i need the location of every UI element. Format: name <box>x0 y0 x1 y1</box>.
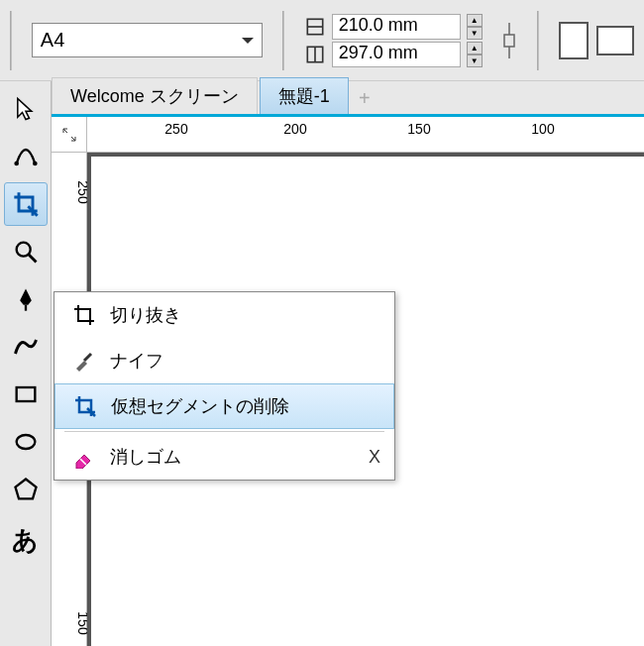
width-input[interactable]: 210.0 mm <box>332 14 461 40</box>
ellipse-tool[interactable] <box>4 420 48 464</box>
separator <box>10 11 12 70</box>
polygon-tool[interactable] <box>4 468 48 511</box>
freehand-tool[interactable] <box>4 325 48 369</box>
svg-rect-9 <box>16 387 35 401</box>
pen-tool[interactable] <box>4 277 48 321</box>
menu-separator <box>64 431 384 432</box>
shape-tool[interactable] <box>4 135 48 178</box>
dropdown-caret-icon <box>242 38 254 50</box>
svg-point-10 <box>16 435 35 449</box>
svg-point-5 <box>33 162 38 166</box>
page-size-value: A4 <box>41 29 64 52</box>
flyout-item[interactable]: ナイフ <box>54 338 394 383</box>
document-tab[interactable]: Welcome スクリーン <box>52 77 258 114</box>
separator <box>537 11 539 70</box>
crop-icon <box>68 303 100 327</box>
flyout-shortcut: X <box>369 447 380 468</box>
height-input[interactable]: 297.0 mm <box>332 42 461 67</box>
dimensions-group: 210.0 mm ▲▼ 297.0 mm ▲▼ <box>304 14 483 67</box>
ruler-origin[interactable] <box>52 117 87 153</box>
flyout-label: 仮想セグメントの削除 <box>111 394 379 418</box>
document-tabs: Welcome スクリーン無題-1 + <box>52 81 644 117</box>
width-spinner[interactable]: ▲▼ <box>467 14 483 40</box>
flyout-label: ナイフ <box>110 349 380 373</box>
document-tab[interactable]: 無題-1 <box>260 77 349 114</box>
rectangle-tool[interactable] <box>4 373 48 416</box>
crop-tool-flyout: 切り抜きナイフ仮想セグメントの削除消しゴムX <box>54 291 395 481</box>
eraser-icon <box>68 445 100 469</box>
horizontal-ruler-row: 25020015010050 <box>52 117 644 153</box>
horizontal-ruler[interactable]: 25020015010050 <box>87 117 644 152</box>
knife-icon <box>68 349 100 373</box>
pick-tool[interactable] <box>4 87 48 131</box>
portrait-button[interactable] <box>559 22 589 59</box>
top-toolbar: A4 210.0 mm ▲▼ 297.0 mm ▲▼ <box>0 0 644 81</box>
flyout-label: 消しゴム <box>110 445 369 469</box>
orientation-group <box>559 22 634 59</box>
toolbox: あ <box>0 81 52 646</box>
flyout-item[interactable]: 消しゴムX <box>54 434 394 480</box>
svg-marker-11 <box>15 480 36 499</box>
text-tool[interactable]: あ <box>4 515 48 559</box>
landscape-button[interactable] <box>596 26 634 55</box>
separator <box>282 11 284 70</box>
zoom-tool[interactable] <box>4 230 48 273</box>
height-spinner[interactable]: ▲▼ <box>467 42 483 67</box>
flyout-item[interactable]: 切り抜き <box>54 292 394 338</box>
height-icon <box>304 44 326 65</box>
lock-aspect-icon[interactable] <box>502 13 517 68</box>
page-size-select[interactable]: A4 <box>32 23 263 57</box>
flyout-label: 切り抜き <box>110 303 380 327</box>
crop-tool[interactable] <box>4 182 48 226</box>
svg-point-4 <box>14 162 19 166</box>
add-tab-button[interactable]: + <box>351 83 378 114</box>
width-icon <box>304 16 326 38</box>
flyout-item[interactable]: 仮想セグメントの削除 <box>54 383 394 429</box>
svg-line-7 <box>28 254 36 262</box>
virtual-segment-icon <box>69 394 101 418</box>
